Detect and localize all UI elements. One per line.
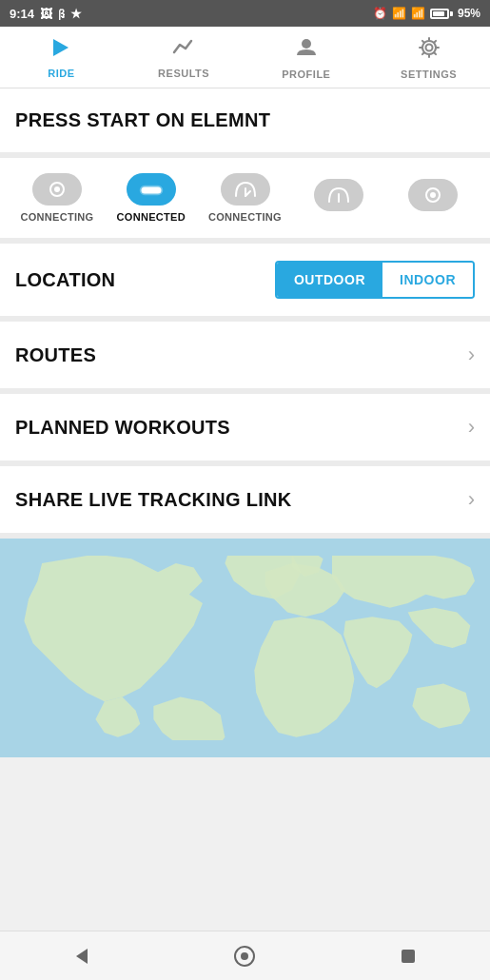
location-title: LOCATION bbox=[15, 269, 115, 291]
location-card: LOCATION OUTDOOR INDOOR bbox=[0, 244, 490, 316]
settings-label: SETTINGS bbox=[401, 69, 457, 80]
svg-rect-16 bbox=[402, 950, 415, 963]
status-left: 9:14 🖼 ꞵ ★ bbox=[10, 6, 82, 21]
sensor-2-icon bbox=[127, 173, 176, 206]
wifi-icon: 📶 bbox=[392, 7, 406, 20]
sensor-5[interactable] bbox=[395, 179, 471, 217]
back-button[interactable] bbox=[63, 937, 101, 975]
routes-card[interactable]: ROUTES › bbox=[0, 322, 490, 388]
svg-point-1 bbox=[302, 39, 311, 49]
settings-icon bbox=[418, 36, 441, 65]
profile-icon bbox=[295, 36, 318, 65]
routes-chevron: › bbox=[468, 343, 475, 367]
sensors-row: CONNECTING CONNECTED bbox=[15, 173, 475, 223]
time: 9:14 bbox=[10, 7, 34, 21]
planned-workouts-title: PLANNED WORKOUTS bbox=[15, 417, 230, 439]
sensor-1[interactable]: CONNECTING bbox=[19, 173, 95, 223]
ride-icon bbox=[49, 37, 72, 64]
sensors-card: CONNECTING CONNECTED bbox=[0, 158, 490, 238]
sensor-5-icon bbox=[408, 179, 458, 211]
main-content: PRESS START ON ELEMNT CONNECTING bbox=[0, 88, 490, 757]
svg-rect-6 bbox=[141, 186, 161, 193]
sensor-2[interactable]: CONNECTED bbox=[113, 173, 189, 223]
tab-profile[interactable]: PROFILE bbox=[245, 27, 368, 88]
sensor-4[interactable] bbox=[301, 179, 377, 217]
share-live-tracking-card[interactable]: SHARE LIVE TRACKING LINK › bbox=[0, 466, 490, 533]
routes-title: ROUTES bbox=[15, 344, 96, 366]
sensor-3-icon bbox=[221, 173, 270, 206]
location-toggle: OUTDOOR INDOOR bbox=[275, 261, 475, 299]
indoor-button[interactable]: INDOOR bbox=[382, 263, 473, 297]
nav-bar bbox=[0, 931, 490, 980]
sensor-1-label: CONNECTING bbox=[21, 211, 94, 223]
sensor-3[interactable]: CONNECTING bbox=[207, 173, 284, 223]
tab-ride[interactable]: RIDE bbox=[0, 27, 123, 88]
sensor-3-label: CONNECTING bbox=[208, 211, 282, 223]
tab-settings[interactable]: SETTINGS bbox=[367, 27, 490, 88]
nav-tabs: RIDE RESULTS PROFILE SETTINGS bbox=[0, 27, 490, 88]
profile-label: PROFILE bbox=[282, 69, 330, 80]
activity-icon: ꞵ bbox=[58, 6, 65, 21]
battery-icon bbox=[430, 9, 453, 19]
signal-icon: 📶 bbox=[411, 7, 425, 20]
press-start-text: PRESS START ON ELEMNT bbox=[15, 109, 270, 130]
map-card bbox=[0, 539, 490, 757]
bluetooth-icon: ★ bbox=[70, 7, 82, 21]
results-label: RESULTS bbox=[158, 68, 209, 79]
press-start-card: PRESS START ON ELEMNT bbox=[0, 88, 490, 152]
share-live-tracking-title: SHARE LIVE TRACKING LINK bbox=[15, 489, 292, 511]
sensor-1-icon bbox=[32, 173, 82, 206]
ride-label: RIDE bbox=[48, 68, 74, 79]
svg-marker-0 bbox=[53, 39, 69, 56]
alarm-icon: ⏰ bbox=[373, 7, 387, 20]
svg-point-4 bbox=[54, 186, 60, 192]
planned-workouts-card[interactable]: PLANNED WORKOUTS › bbox=[0, 394, 490, 461]
home-button[interactable] bbox=[225, 937, 264, 975]
tab-results[interactable]: RESULTS bbox=[123, 27, 245, 88]
results-icon bbox=[172, 37, 195, 64]
outdoor-button[interactable]: OUTDOOR bbox=[277, 263, 382, 297]
svg-point-15 bbox=[241, 952, 248, 960]
map-svg bbox=[15, 556, 475, 740]
battery-percent: 95% bbox=[458, 7, 480, 20]
sensor-4-icon bbox=[314, 179, 363, 211]
status-right: ⏰ 📶 📶 95% bbox=[373, 7, 480, 20]
svg-point-2 bbox=[425, 45, 432, 51]
recent-button[interactable] bbox=[389, 937, 427, 975]
svg-point-11 bbox=[430, 192, 436, 198]
status-bar: 9:14 🖼 ꞵ ★ ⏰ 📶 📶 95% bbox=[0, 0, 490, 27]
share-live-tracking-chevron: › bbox=[468, 487, 475, 512]
planned-workouts-chevron: › bbox=[468, 415, 475, 440]
svg-marker-13 bbox=[76, 949, 88, 964]
sensor-2-label: CONNECTED bbox=[117, 211, 186, 223]
gallery-icon: 🖼 bbox=[40, 7, 52, 21]
